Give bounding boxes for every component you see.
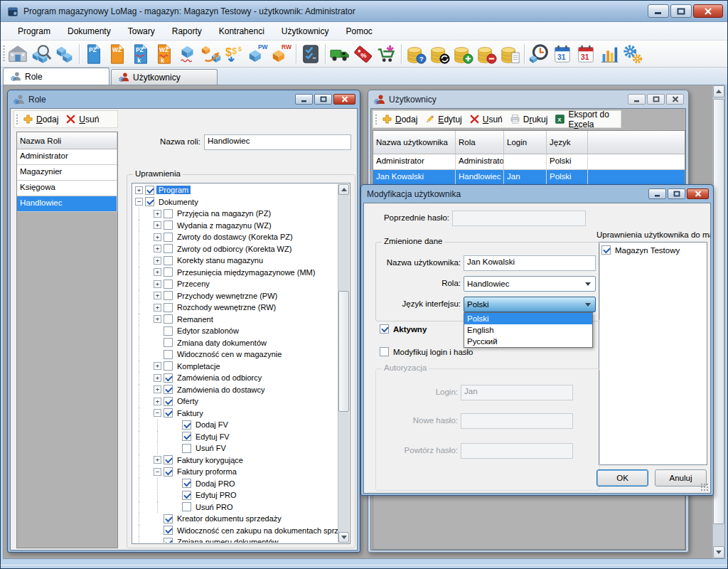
tree-item[interactable]: Zmiana daty dokumentów xyxy=(133,337,338,349)
mdi-scrollbar[interactable] xyxy=(712,85,724,558)
tree-item-label[interactable]: Edytuj FV xyxy=(193,432,232,441)
tree-item-label[interactable]: Zmiana daty dokumentów xyxy=(175,339,269,347)
products-icon[interactable] xyxy=(53,43,76,65)
tree-item[interactable]: Kreator dokumentu sprzedaży xyxy=(133,513,338,525)
users-eksport-do-excela-button[interactable]: XEksport do Excela xyxy=(551,108,621,131)
coins-remove-icon[interactable] xyxy=(475,43,498,65)
tree-item[interactable]: +Przeceny xyxy=(133,278,338,290)
language-option-english[interactable]: English xyxy=(464,324,592,336)
tree-checkbox[interactable] xyxy=(182,479,191,488)
column-header-rola[interactable]: Rola xyxy=(456,131,504,154)
tree-checkbox[interactable] xyxy=(164,538,173,543)
tree-item[interactable]: +Przyjęcia na magazyn (PZ) xyxy=(133,208,338,220)
tree-item-label[interactable]: Przychody wewnętrzne (PW) xyxy=(175,292,279,300)
users-drukuj-button[interactable]: Drukuj xyxy=(506,112,552,126)
tree-item-label[interactable]: Oferty xyxy=(175,397,200,405)
menu-item-raporty[interactable]: Raporty xyxy=(164,23,210,39)
ok-button[interactable]: OK xyxy=(596,469,648,486)
menu-item-u-ytkownicy[interactable]: Użytkownicy xyxy=(273,23,338,39)
dialog-minimize-button[interactable] xyxy=(648,188,666,199)
username-input[interactable]: Jan Kowalski xyxy=(464,255,596,271)
menu-item-dokumenty[interactable]: Dokumenty xyxy=(59,23,119,39)
expand-plus-icon[interactable]: + xyxy=(154,245,161,252)
expand-plus-icon[interactable]: + xyxy=(154,257,161,265)
tree-item-label[interactable]: Widoczność cen w magazynie xyxy=(175,350,284,358)
tree-item[interactable]: +Zwroty od odbiorcy (Korekta WZ) xyxy=(133,243,338,255)
users-close-button[interactable] xyxy=(666,94,684,105)
column-header-login[interactable]: Login xyxy=(504,131,547,154)
expand-plus-icon[interactable]: + xyxy=(154,304,161,312)
tree-checkbox[interactable] xyxy=(164,467,173,477)
tree-item-label[interactable]: Edytor szablonów xyxy=(175,326,241,335)
tree-item-label[interactable]: Kreator dokumentu sprzedaży xyxy=(175,514,284,523)
tree-checkbox[interactable] xyxy=(145,197,154,206)
history-clock-icon[interactable] xyxy=(528,43,550,65)
coins-question-icon[interactable]: ? xyxy=(405,43,427,65)
inventory-checklist-icon[interactable] xyxy=(299,43,322,65)
tab-role[interactable]: Role xyxy=(3,68,109,85)
tree-item[interactable]: −Faktury xyxy=(133,408,338,420)
tree-checkbox[interactable] xyxy=(164,244,173,253)
tree-item[interactable]: −Dokumenty xyxy=(133,196,338,208)
user-row-jan-kowalski[interactable]: Jan KowalskiHandlowiecJanPolski xyxy=(373,170,685,186)
tree-checkbox[interactable] xyxy=(164,256,173,265)
collapse-minus-icon[interactable]: − xyxy=(135,198,143,206)
doc-pz-icon[interactable]: PZ xyxy=(82,43,105,65)
mdi-scroll-thumb[interactable] xyxy=(713,99,724,524)
tree-item[interactable]: Zmiana numeru dokumentów xyxy=(133,536,338,543)
tree-item-label[interactable]: Dodaj FV xyxy=(193,420,230,429)
tree-checkbox[interactable] xyxy=(164,220,173,230)
price-change-icon[interactable]: $$$ xyxy=(223,43,246,65)
tree-scroll-thumb[interactable] xyxy=(338,291,349,412)
tree-item-label[interactable]: Kompletacje xyxy=(175,362,223,371)
tree-item[interactable]: +Zamówienia od odbiorcy xyxy=(133,372,338,384)
tree-checkbox[interactable] xyxy=(164,350,173,359)
minimize-button[interactable] xyxy=(648,4,669,18)
tree-item[interactable]: +Zamówienia do dostawcy xyxy=(133,384,338,396)
tree-checkbox[interactable] xyxy=(182,502,191,511)
expand-plus-icon[interactable]: + xyxy=(135,186,143,194)
menu-item-pomoc[interactable]: Pomoc xyxy=(338,23,381,39)
tree-checkbox[interactable] xyxy=(164,280,173,289)
discount-tag-icon[interactable]: % xyxy=(352,43,375,65)
internal-outcome-rw-icon[interactable]: RW xyxy=(270,43,293,65)
tree-item-label[interactable]: Usuń FV xyxy=(193,444,228,452)
tree-checkbox[interactable] xyxy=(182,491,191,500)
role-row-magazynier[interactable]: Magazynier xyxy=(17,165,117,181)
role-name-input[interactable]: Handlowiec xyxy=(204,134,351,150)
settings-gears-icon[interactable] xyxy=(621,43,644,65)
expand-plus-icon[interactable]: + xyxy=(154,221,161,229)
tree-item[interactable]: −Faktury proforma xyxy=(133,466,338,478)
tree-item[interactable]: Usuń FV xyxy=(133,442,338,454)
tab-u-ytkownicy[interactable]: Użytkownicy xyxy=(111,69,218,85)
tree-checkbox[interactable] xyxy=(164,267,173,277)
users-minimize-button[interactable] xyxy=(628,94,646,105)
tree-item[interactable]: +Rozchody wewnętrzne (RW) xyxy=(133,302,338,314)
tree-item[interactable]: +Remanent xyxy=(133,314,338,326)
tree-item[interactable]: Usuń PRO xyxy=(133,501,338,514)
tree-item[interactable]: Widoczność cen w magazynie xyxy=(133,349,338,361)
tree-scroll-up[interactable] xyxy=(338,184,349,195)
role-minimize-button[interactable] xyxy=(295,94,313,105)
tree-item-label[interactable]: Zmiana numeru dokumentów xyxy=(175,538,280,543)
role-dodaj-button[interactable]: Dodaj xyxy=(19,112,62,126)
maximize-button[interactable] xyxy=(670,4,692,18)
tree-checkbox[interactable] xyxy=(164,385,173,394)
tree-item-label[interactable]: Faktury korygujące xyxy=(175,456,245,464)
tree-item[interactable]: Widoczność cen zakupu na dokumentach spr… xyxy=(133,525,338,537)
coins-exchange-icon[interactable] xyxy=(428,43,451,65)
role-usuń-button[interactable]: Usuń xyxy=(62,112,102,126)
search-products-icon[interactable] xyxy=(30,43,53,65)
expand-plus-icon[interactable]: + xyxy=(154,268,161,276)
role-row-księgowa[interactable]: Księgowa xyxy=(17,181,117,196)
active-checkbox-row[interactable]: Aktywny xyxy=(380,324,427,334)
language-combobox[interactable]: Polski xyxy=(464,297,596,312)
delivery-truck-icon[interactable] xyxy=(328,43,351,65)
mdi-scroll-down[interactable] xyxy=(713,546,724,558)
tree-checkbox[interactable] xyxy=(164,314,173,324)
tree-item-label[interactable]: Faktury xyxy=(175,409,205,418)
tree-checkbox[interactable] xyxy=(164,291,173,300)
expand-plus-icon[interactable]: + xyxy=(154,398,161,405)
warehouse-icon[interactable] xyxy=(6,43,29,65)
tree-item-label[interactable]: Zamówienia od odbiorcy xyxy=(175,373,264,382)
